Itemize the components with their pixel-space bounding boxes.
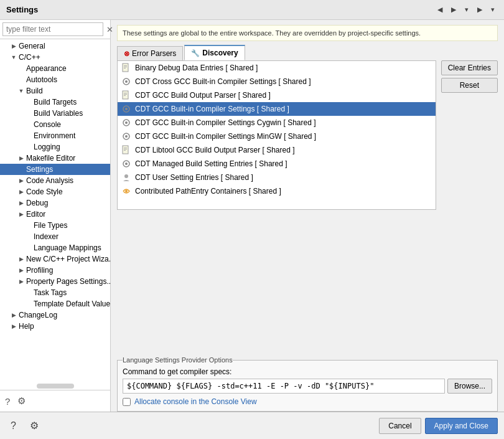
nav-dropdown-button[interactable]: ▾ xyxy=(462,4,472,16)
nav-forward-button[interactable]: ▶ xyxy=(448,4,459,16)
command-input[interactable] xyxy=(123,379,445,394)
svg-point-5 xyxy=(125,80,128,83)
sidebar-item-new-cpp-project[interactable]: ▶New C/C++ Project Wiza... xyxy=(0,253,110,265)
sidebar-item-makefile-editor[interactable]: ▶Makefile Editor xyxy=(0,153,110,164)
sidebar-item-appearance[interactable]: Appearance xyxy=(0,63,110,74)
sidebar-item-autotools[interactable]: Autotools xyxy=(0,74,110,85)
sidebar-item-label-logging: Logging xyxy=(34,143,60,151)
provider-legend: Language Settings Provider Options xyxy=(123,356,233,364)
sidebar-item-build-variables[interactable]: Build Variables xyxy=(0,108,110,119)
sidebar-item-indexer[interactable]: Indexer xyxy=(0,231,110,242)
sidebar-item-property-pages[interactable]: ▶Property Pages Settings... xyxy=(0,276,110,287)
sidebar-item-settings[interactable]: Settings xyxy=(0,164,110,175)
tab-error-parsers[interactable]: ⊗ Error Parsers xyxy=(117,46,183,60)
sidebar-item-c-cpp[interactable]: ▼C/C++ xyxy=(0,52,110,63)
nav-dropdown2-button[interactable]: ▾ xyxy=(488,4,498,16)
svg-rect-1 xyxy=(124,65,127,66)
sidebar-item-build[interactable]: ▼Build xyxy=(0,85,110,97)
sidebar-item-general[interactable]: ▶General xyxy=(0,40,110,52)
list-item-3[interactable]: CDT GCC Build Output Parser [ Shared ] xyxy=(118,88,436,102)
sidebar-item-label-build-variables: Build Variables xyxy=(34,109,83,118)
list-item-text-9: CDT User Setting Entries [ Shared ] xyxy=(135,173,253,182)
sidebar-item-label-c-cpp: C/C++ xyxy=(19,53,40,62)
expand-icon-new-cpp-project: ▶ xyxy=(17,255,25,263)
sidebar-item-label-general: General xyxy=(19,42,45,50)
browse-button[interactable]: Browse... xyxy=(447,379,492,394)
expand-icon-makefile-editor: ▶ xyxy=(17,154,25,162)
list-item-2[interactable]: CDT Cross GCC Built-in Compiler Settings… xyxy=(118,75,436,88)
command-label: Command to get compiler specs: xyxy=(123,367,492,376)
sidebar-item-code-style[interactable]: ▶Code Style xyxy=(0,186,110,197)
list-item-5[interactable]: CDT GCC Built-in Compiler Settings Cygwi… xyxy=(118,116,436,130)
sidebar-item-label-profiling: Profiling xyxy=(26,266,53,275)
sidebar-settings-button[interactable]: ⚙ xyxy=(16,394,27,408)
expand-icon-settings xyxy=(17,166,25,173)
expand-icon-file-types xyxy=(25,222,32,229)
provider-fieldset: Language Settings Provider Options Comma… xyxy=(117,356,498,412)
expand-icon-task-tags xyxy=(25,289,32,296)
nav-back-button[interactable]: ◀ xyxy=(434,4,446,16)
cancel-button[interactable]: Cancel xyxy=(379,418,421,434)
list-item-4[interactable]: CDT GCC Built-in Compiler Settings [ Sha… xyxy=(118,102,436,116)
svg-rect-0 xyxy=(123,64,128,72)
sidebar-item-logging[interactable]: Logging xyxy=(0,141,110,153)
search-input[interactable] xyxy=(2,22,103,36)
sidebar-item-help[interactable]: ▶Help xyxy=(0,321,110,332)
gear-icon-5 xyxy=(121,118,131,128)
svg-point-22 xyxy=(124,174,128,178)
sidebar-item-label-debug: Debug xyxy=(26,199,48,207)
sidebar-item-label-build: Build xyxy=(26,87,43,95)
list-item-7[interactable]: CDT Libtool GCC Build Output Parser [ Sh… xyxy=(118,143,436,157)
nav-forward2-button[interactable]: ▶ xyxy=(474,4,485,16)
sidebar-item-environment[interactable]: Environment xyxy=(0,130,110,141)
sidebar-item-build-targets[interactable]: Build Targets xyxy=(0,97,110,108)
gear-icon-8 xyxy=(121,159,131,169)
list-item-10[interactable]: Contributed PathEntry Containers [ Share… xyxy=(118,184,436,198)
svg-point-13 xyxy=(125,121,128,124)
list-item-text-5: CDT GCC Built-in Compiler Settings Cygwi… xyxy=(135,118,316,127)
svg-rect-6 xyxy=(123,91,128,99)
sidebar-item-profiling[interactable]: ▶Profiling xyxy=(0,265,110,276)
sidebar-item-label-task-tags: Task Tags xyxy=(34,288,67,297)
list-item-text-4: CDT GCC Built-in Compiler Settings [ Sha… xyxy=(135,105,289,113)
sidebar-item-task-tags[interactable]: Task Tags xyxy=(0,287,110,298)
sidebar-item-label-code-analysis: Code Analysis xyxy=(26,176,73,185)
sidebar-item-file-types[interactable]: File Types xyxy=(0,220,110,231)
settings-dialog: Settings ◀ ▶ ▾ ▶ ▾ ✕ ▶General▼C/C++Appea… xyxy=(0,0,504,439)
apply-close-button[interactable]: Apply and Close xyxy=(425,418,498,434)
expand-icon-debug: ▶ xyxy=(17,199,25,207)
expand-icon-template-default-value xyxy=(25,300,32,308)
clear-entries-button[interactable]: Clear Entries xyxy=(441,60,498,75)
expand-icon-code-analysis: ▶ xyxy=(17,177,25,184)
svg-point-15 xyxy=(125,135,128,138)
list-item-6[interactable]: CDT GCC Built-in Compiler Settings MinGW… xyxy=(118,130,436,143)
svg-rect-7 xyxy=(124,93,127,93)
svg-rect-9 xyxy=(124,95,126,96)
sidebar-item-console[interactable]: Console xyxy=(0,119,110,130)
reset-button[interactable]: Reset xyxy=(441,78,498,93)
list-item-1[interactable]: Binary Debug Data Entries [ Shared ] xyxy=(118,61,436,75)
svg-rect-19 xyxy=(124,150,126,151)
tab-discovery[interactable]: 🔧 Discovery xyxy=(184,45,245,60)
sidebar-item-code-analysis[interactable]: ▶Code Analysis xyxy=(0,175,110,186)
allocate-console-checkbox[interactable] xyxy=(123,398,131,406)
sidebar-item-template-default-value[interactable]: Template Default Value xyxy=(0,298,110,309)
sidebar-item-language-mappings[interactable]: Language Mappings xyxy=(0,242,110,253)
list-item-8[interactable]: CDT Managed Build Setting Entries [ Shar… xyxy=(118,157,436,171)
footer-settings-button[interactable]: ⚙ xyxy=(26,417,43,434)
list-item-9[interactable]: CDT User Setting Entries [ Shared ] xyxy=(118,171,436,184)
svg-rect-8 xyxy=(124,94,127,95)
sidebar-item-label-property-pages: Property Pages Settings... xyxy=(26,277,110,286)
footer-help-button[interactable]: ? xyxy=(6,417,21,434)
expand-icon-indexer xyxy=(25,233,32,240)
expand-icon-logging xyxy=(25,143,32,151)
sidebar-help-button[interactable]: ? xyxy=(4,394,11,408)
sidebar-item-editor[interactable]: ▶Editor xyxy=(0,209,110,220)
expand-icon-build: ▼ xyxy=(17,87,25,95)
sidebar-item-debug[interactable]: ▶Debug xyxy=(0,197,110,209)
tab-discovery-label: Discovery xyxy=(202,49,238,57)
sidebar-item-label-makefile-editor: Makefile Editor xyxy=(26,154,75,163)
doc-icon-1 xyxy=(121,63,131,73)
sidebar-item-changelog[interactable]: ▶ChangeLog xyxy=(0,309,110,321)
dialog-title: Settings xyxy=(6,5,38,14)
